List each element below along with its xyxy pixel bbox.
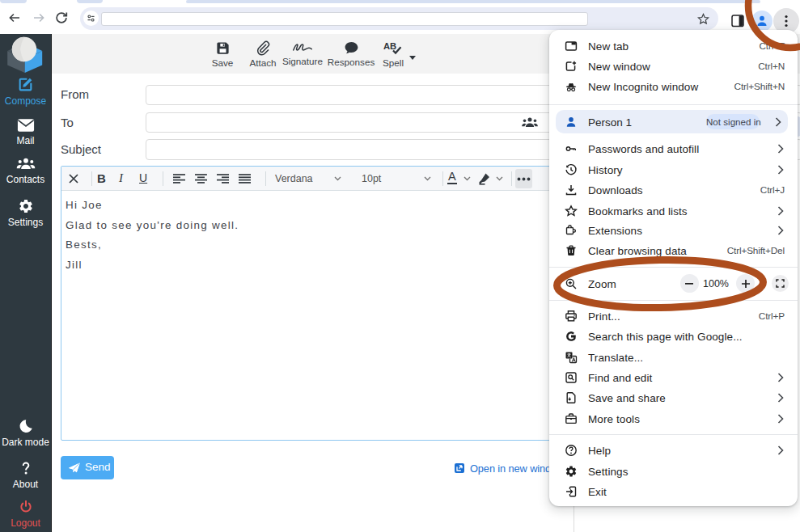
svg-text:AB: AB: [383, 41, 396, 51]
